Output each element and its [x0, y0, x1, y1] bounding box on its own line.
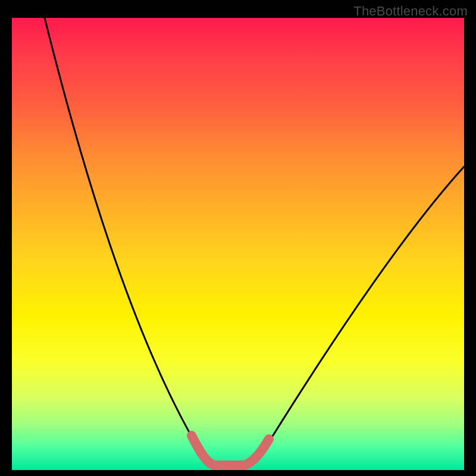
optimal-band-path [192, 436, 269, 465]
chart-frame [6, 18, 470, 470]
plot-area [12, 18, 464, 470]
bottleneck-curve-path [45, 18, 464, 465]
bottleneck-chart [12, 18, 464, 470]
watermark-text: TheBottleneck.com [353, 4, 468, 19]
